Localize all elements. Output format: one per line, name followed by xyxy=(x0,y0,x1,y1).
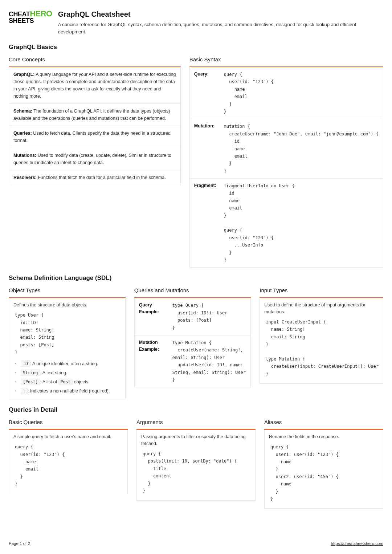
syntax-label: Query: xyxy=(194,71,220,78)
concept-item: Queries: Used to fetch data. Clients spe… xyxy=(9,126,181,148)
core-concepts-block: Core Concepts GraphQL: A query language … xyxy=(9,56,181,268)
block-title: Basic Syntax xyxy=(189,56,383,64)
logo-text: HERO xyxy=(30,10,52,18)
block-title: Core Concepts xyxy=(9,56,181,64)
description: Passing arguments to filter or specify t… xyxy=(141,433,251,447)
page-subtitle: A concise reference for GraphQL syntax, … xyxy=(58,21,383,35)
block-title: Aliases xyxy=(264,418,383,427)
block-title: Queries and Mutations xyxy=(134,286,251,295)
sdl-row: Object Types Defines the structure of da… xyxy=(9,286,383,400)
logo-text: CHEAT xyxy=(9,11,30,17)
concept-item: Resolvers: Functions that fetch the data… xyxy=(9,170,181,185)
section-title-sdl: Schema Definition Language (SDL) xyxy=(9,273,383,283)
queries-row: Basic Queries A simple query to fetch a … xyxy=(9,418,383,509)
block-title: Input Types xyxy=(260,286,383,295)
syntax-item: Mutation: mutation { createUser(name: "J… xyxy=(189,119,383,179)
example-label: Mutation Example: xyxy=(139,339,168,353)
source-link[interactable]: https://cheatsheetshero.com xyxy=(331,541,383,547)
queries-mutations-block: Queries and Mutations Query Example: typ… xyxy=(134,286,251,400)
syntax-item: Query: query { user(id: "123") { name em… xyxy=(189,67,383,119)
aliases-block: Aliases Rename the fields in the respons… xyxy=(264,418,383,509)
code-block: type Mutation { createUser(name: String!… xyxy=(172,339,246,383)
header-text: GraphQL Cheatsheet A concise reference f… xyxy=(58,9,383,35)
list-item: !: Indicates a non-nullable field (requi… xyxy=(13,387,121,396)
page-title: GraphQL Cheatsheet xyxy=(58,9,383,20)
logo: CHEAT HERO SHEETS xyxy=(9,10,52,35)
list-item: ID: A unique identifier, often a string. xyxy=(13,359,121,368)
page-footer: Page 1 of 2 https://cheatsheetshero.com xyxy=(9,541,383,547)
code-block: query { posts(limit: 10, sortBy: "date")… xyxy=(143,450,251,494)
concept-item: GraphQL: A query language for your API a… xyxy=(9,67,181,104)
syntax-label: Mutation: xyxy=(194,123,220,130)
syntax-label: Fragment: xyxy=(194,182,220,189)
list-item: String: A text string. xyxy=(13,368,121,378)
code-block: query { user1: user(id: "123") { name } … xyxy=(270,443,379,502)
description: A simple query to fetch a user's name an… xyxy=(13,433,123,440)
basic-queries-block: Basic Queries A simple query to fetch a … xyxy=(9,418,128,509)
page-header: CHEAT HERO SHEETS GraphQL Cheatsheet A c… xyxy=(9,9,383,35)
page-indicator: Page 1 of 2 xyxy=(9,541,30,547)
block-title: Basic Queries xyxy=(9,418,128,427)
concept-item: Mutations: Used to modify data (create, … xyxy=(9,148,181,170)
code-block: mutation { createUser(name: "John Doe", … xyxy=(224,123,379,175)
code-block: type User { id: ID! name: String! email:… xyxy=(15,311,121,356)
example-item: Query Example: type Query { user(id: ID!… xyxy=(134,298,251,335)
object-types-block: Object Types Defines the structure of da… xyxy=(9,286,126,400)
logo-text: SHEETS xyxy=(9,18,34,24)
basic-syntax-block: Basic Syntax Query: query { user(id: "12… xyxy=(189,56,383,268)
example-item: Mutation Example: type Mutation { create… xyxy=(134,335,251,387)
list-item: [Post]: A list of Post objects. xyxy=(13,378,121,387)
arguments-block: Arguments Passing arguments to filter or… xyxy=(136,418,256,509)
type-bullets: ID: A unique identifier, often a string.… xyxy=(13,359,121,395)
section-title-basics: GraphQL Basics xyxy=(9,42,383,52)
code-block: input CreateUserInput { name: String! em… xyxy=(266,318,379,378)
code-block: query { user(id: "123") { name email } } xyxy=(224,71,379,115)
example-label: Query Example: xyxy=(139,302,168,315)
section-title-queries: Queries in Detail xyxy=(9,405,383,415)
input-types-block: Input Types Used to define the structure… xyxy=(260,286,383,400)
block-title: Arguments xyxy=(136,418,256,427)
basics-row: Core Concepts GraphQL: A query language … xyxy=(9,56,383,268)
code-block: type Query { user(id: ID!): User posts: … xyxy=(172,302,246,331)
code-block: fragment UserInfo on User { id name emai… xyxy=(224,182,379,264)
description: Defines the structure of data objects. xyxy=(13,302,121,309)
block-title: Object Types xyxy=(9,286,126,295)
description: Used to define the structure of input ar… xyxy=(264,302,379,315)
concept-item: Schema: The foundation of a GraphQL API.… xyxy=(9,104,181,126)
syntax-item: Fragment: fragment UserInfo on User { id… xyxy=(189,179,383,268)
description: Rename the fields in the response. xyxy=(269,433,379,440)
code-block: query { user(id: "123") { name email } } xyxy=(15,443,123,488)
